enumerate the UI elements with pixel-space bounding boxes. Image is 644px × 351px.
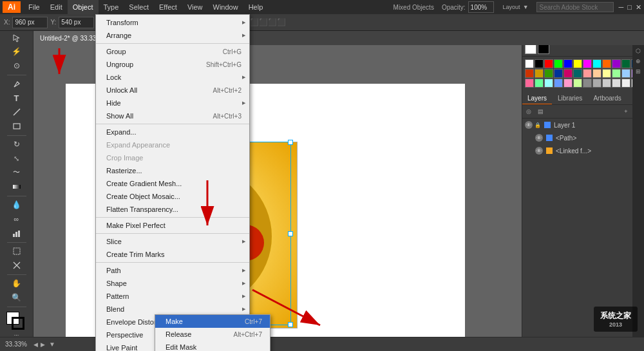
menu-item-pixel-perfect[interactable]: Make Pixel Perfect (96, 219, 249, 232)
tool-eyedropper[interactable]: 💧 (8, 198, 25, 211)
swatch-color[interactable] (564, 59, 573, 68)
swatch-color[interactable] (525, 59, 534, 68)
menu-item-pattern[interactable]: Pattern (96, 290, 249, 303)
opacity-input[interactable] (468, 1, 494, 13)
menu-item-rasterize[interactable]: Rasterize... (96, 164, 249, 177)
x-input[interactable] (12, 17, 48, 28)
layer-1-item[interactable]: 👁 🔒 Layer 1 ▶ (522, 119, 644, 131)
menu-help[interactable]: Help (243, 0, 269, 14)
swatch-color[interactable] (583, 79, 592, 88)
swatch-color[interactable] (602, 79, 611, 88)
tool-gradient[interactable] (8, 180, 25, 193)
menu-item-flatten-transparency[interactable]: Flatten Transparency... (96, 203, 249, 216)
menu-item-unlock-all[interactable]: Unlock All Alt+Ctrl+2 (96, 84, 249, 97)
menu-type[interactable]: Type (99, 0, 124, 14)
submenu-make[interactable]: Make Ctrl+7 (155, 315, 270, 328)
stroke-box[interactable] (12, 317, 24, 330)
swatch-color[interactable] (564, 69, 573, 78)
menu-item-path[interactable]: Path (96, 264, 249, 277)
swatch-color[interactable] (621, 59, 630, 68)
path-item[interactable]: 👁 <Path> (522, 131, 644, 144)
menu-view[interactable]: View (182, 0, 208, 14)
swatch-color[interactable] (525, 69, 534, 78)
tool-blend[interactable]: ∞ (8, 213, 25, 225)
menu-item-crop-image[interactable]: Crop Image (96, 151, 249, 164)
swatch-color[interactable] (564, 79, 573, 88)
menu-item-show-all[interactable]: Show All Alt+Ctrl+3 (96, 109, 249, 122)
swatch-color[interactable] (544, 69, 553, 78)
swatch-color[interactable] (602, 59, 611, 68)
swatch-color[interactable] (583, 69, 592, 78)
swatch-color[interactable] (554, 59, 563, 68)
prev-page-button[interactable]: ◀ (33, 341, 38, 348)
swatch-color[interactable] (554, 69, 563, 78)
swatch-color[interactable] (554, 79, 563, 88)
swatch-color[interactable] (544, 79, 553, 88)
swatch-color[interactable] (583, 59, 592, 68)
tab-layers[interactable]: Layers (522, 93, 552, 104)
swatch-color[interactable] (612, 69, 621, 78)
menu-item-arrange[interactable]: Arrange (96, 29, 249, 42)
linked-visibility[interactable]: 👁 (535, 147, 543, 155)
tool-rectangle[interactable] (8, 120, 25, 133)
menu-item-expand-appearance[interactable]: Expand Appearance (96, 138, 249, 151)
menu-item-transform[interactable]: Transform (96, 16, 249, 29)
menu-item-expand[interactable]: Expand... (96, 126, 249, 138)
submenu-edit-mask[interactable]: Edit Mask (155, 341, 270, 351)
tool-magic-wand[interactable]: ⚡ (8, 46, 25, 59)
transform-icon[interactable]: ⬡ (636, 48, 641, 54)
swatch-color[interactable] (535, 79, 544, 88)
tool-column-chart[interactable] (8, 227, 25, 240)
menu-window[interactable]: Window (208, 0, 243, 14)
locate-object-button[interactable]: ◎ (524, 106, 534, 117)
next-page-button[interactable]: ▶ (41, 341, 45, 348)
new-layer-button[interactable]: + (621, 106, 631, 117)
menu-item-trim-marks[interactable]: Create Trim Marks (96, 248, 249, 261)
menu-item-gradient-mesh[interactable]: Create Gradient Mesh... (96, 177, 249, 190)
menu-item-lock[interactable]: Lock (96, 71, 249, 84)
swatch-color[interactable] (573, 69, 582, 78)
swatch-color[interactable] (621, 79, 630, 88)
menu-select[interactable]: Select (124, 0, 154, 14)
tab-libraries[interactable]: Libraries (553, 93, 587, 104)
more-tools[interactable]: ... (14, 330, 19, 337)
menu-item-object-mosaic[interactable]: Create Object Mosaic... (96, 190, 249, 203)
menu-file[interactable]: File (23, 0, 45, 14)
swatch-color[interactable] (592, 59, 601, 68)
tool-artboard[interactable] (8, 245, 25, 258)
fill-stroke-widget[interactable] (5, 310, 28, 328)
layer-1-visibility[interactable]: 👁 (525, 121, 533, 129)
tool-scale[interactable]: ⤡ (8, 152, 25, 165)
close-button[interactable]: ✕ (636, 3, 641, 12)
submenu-release[interactable]: Release Alt+Ctrl+7 (155, 328, 270, 341)
layer-1-lock[interactable]: 🔒 (535, 122, 541, 128)
swatch-color[interactable] (612, 59, 621, 68)
menu-edit[interactable]: Edit (45, 0, 68, 14)
make-sublayer-button[interactable]: ▤ (535, 106, 545, 117)
menu-item-ungroup[interactable]: Ungroup Shift+Ctrl+G (96, 58, 249, 71)
tab-artboards[interactable]: Artboards (588, 93, 626, 104)
swatch-color[interactable] (612, 79, 621, 88)
tool-warp[interactable]: 〜 (8, 166, 25, 179)
menu-item-group[interactable]: Group Ctrl+G (96, 45, 249, 58)
minimize-button[interactable]: ─ (619, 3, 624, 11)
menu-item-blend[interactable]: Blend (96, 303, 249, 316)
menu-effect[interactable]: Effect (154, 0, 182, 14)
tool-rotate[interactable]: ↻ (8, 138, 25, 151)
swatch-color[interactable] (592, 79, 601, 88)
pathfinder-icon[interactable]: ⊕ (636, 58, 641, 64)
tool-hand[interactable]: ✋ (8, 278, 25, 290)
swatch-color[interactable] (525, 79, 534, 88)
tool-type[interactable]: T (8, 92, 25, 105)
tool-lasso[interactable]: ⊙ (8, 59, 25, 72)
tool-direct-selection[interactable] (8, 32, 25, 44)
tool-slice[interactable] (8, 259, 25, 272)
tool-zoom[interactable]: 🔍 (8, 291, 25, 304)
tool-pen[interactable] (8, 78, 25, 91)
stock-search-input[interactable] (536, 2, 614, 12)
swatch-color[interactable] (573, 79, 582, 88)
align-icon[interactable]: ⊞ (636, 68, 641, 75)
swatch-color[interactable] (621, 69, 630, 78)
swatch-color[interactable] (592, 69, 601, 78)
swatch-color[interactable] (535, 69, 544, 78)
